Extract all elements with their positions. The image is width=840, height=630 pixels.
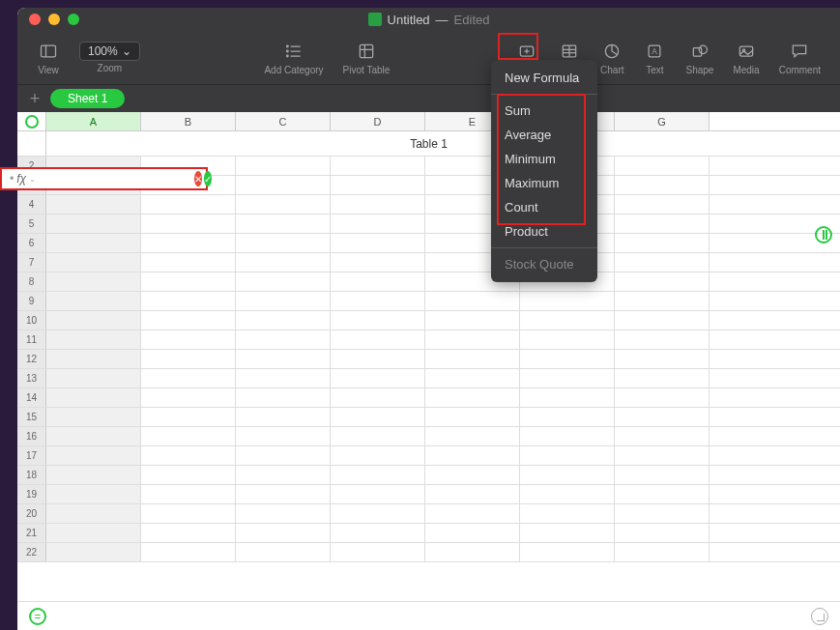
cell[interactable] [236, 330, 331, 349]
cell[interactable] [615, 446, 710, 465]
cell[interactable] [46, 388, 141, 407]
cell[interactable] [520, 408, 615, 426]
cell[interactable] [520, 311, 615, 329]
sheet-tab-1[interactable]: Sheet 1 [50, 89, 125, 108]
add-category-button[interactable]: Add Category [256, 40, 331, 75]
cell[interactable] [236, 543, 331, 561]
pivot-table-button[interactable]: Pivot Table [335, 40, 398, 75]
zoom-select[interactable]: 100% ⌄ [79, 42, 140, 61]
cell[interactable] [141, 466, 236, 484]
cell[interactable] [331, 292, 425, 310]
cell[interactable] [141, 485, 236, 503]
cell[interactable] [425, 330, 520, 349]
cell[interactable] [141, 195, 236, 214]
cell[interactable] [141, 408, 236, 426]
row-header[interactable]: 22 [17, 543, 46, 561]
cell[interactable] [425, 369, 520, 387]
cell[interactable] [425, 543, 520, 561]
cell[interactable] [236, 195, 331, 214]
cell[interactable] [615, 543, 710, 561]
cell[interactable] [236, 408, 331, 426]
row-header[interactable]: 8 [17, 272, 46, 291]
cell[interactable] [236, 215, 331, 233]
cell[interactable] [425, 311, 520, 329]
cell[interactable] [141, 292, 236, 310]
cell[interactable] [615, 524, 710, 542]
menu-average[interactable]: Average [491, 123, 597, 147]
cell[interactable] [236, 466, 331, 484]
cell[interactable] [236, 292, 331, 310]
row-header[interactable]: 21 [17, 524, 46, 542]
row-header[interactable]: 5 [17, 215, 46, 233]
cell[interactable] [615, 272, 710, 291]
cell[interactable] [615, 369, 710, 387]
cell[interactable] [615, 485, 710, 503]
cell[interactable] [46, 234, 141, 252]
cell[interactable] [425, 446, 520, 465]
menu-minimum[interactable]: Minimum [491, 147, 597, 171]
cell[interactable] [46, 272, 141, 291]
cell[interactable] [46, 350, 141, 368]
select-all-corner[interactable] [17, 112, 46, 130]
cell[interactable] [46, 524, 141, 542]
cell[interactable] [425, 388, 520, 407]
cell[interactable] [331, 446, 425, 465]
cell[interactable] [46, 292, 141, 310]
cell[interactable] [46, 369, 141, 387]
cell[interactable] [615, 388, 710, 407]
cell[interactable] [46, 427, 141, 445]
cell[interactable] [46, 195, 141, 214]
row-header[interactable]: 13 [17, 369, 46, 387]
cell[interactable] [236, 311, 331, 329]
cell[interactable] [236, 234, 331, 252]
cell[interactable] [331, 350, 425, 368]
cell[interactable] [46, 311, 141, 329]
row-header[interactable]: 7 [17, 253, 46, 272]
cell[interactable] [615, 408, 710, 426]
cell[interactable] [236, 253, 331, 272]
cell[interactable] [236, 272, 331, 291]
minimize-window-button[interactable] [48, 14, 60, 25]
cell[interactable] [520, 504, 615, 523]
cell[interactable] [615, 350, 710, 368]
cell[interactable] [46, 466, 141, 484]
cell[interactable] [425, 466, 520, 484]
cell[interactable] [425, 408, 520, 426]
shape-button[interactable]: Shape [678, 40, 721, 75]
cell[interactable] [425, 350, 520, 368]
maximize-window-button[interactable] [68, 14, 79, 25]
cell[interactable] [425, 524, 520, 542]
row-header[interactable]: 4 [17, 195, 46, 214]
add-row-handle[interactable]: = [29, 608, 46, 625]
media-button[interactable]: Media [725, 40, 767, 75]
formula-cancel-button[interactable]: ✕ [194, 171, 202, 186]
row-header[interactable]: 15 [17, 408, 46, 426]
cell[interactable] [331, 427, 425, 445]
cell[interactable] [615, 176, 710, 194]
cell[interactable] [331, 157, 425, 175]
cell[interactable] [236, 485, 331, 503]
menu-stock-quote[interactable]: Stock Quote [491, 252, 597, 276]
cell[interactable] [615, 330, 710, 349]
cell[interactable] [236, 157, 331, 175]
close-window-button[interactable] [29, 14, 41, 25]
cell[interactable] [425, 292, 520, 310]
formula-input[interactable] [40, 172, 192, 186]
cell[interactable] [236, 369, 331, 387]
cell[interactable] [236, 350, 331, 368]
chart-button[interactable]: Chart [593, 40, 631, 75]
text-button[interactable]: A Text [635, 40, 674, 75]
column-header-d[interactable]: D [331, 112, 425, 130]
cell[interactable] [520, 466, 615, 484]
cell[interactable] [331, 485, 425, 503]
cell[interactable] [520, 485, 615, 503]
menu-count[interactable]: Count [491, 195, 597, 219]
cell[interactable] [46, 253, 141, 272]
cell[interactable] [236, 524, 331, 542]
cell[interactable] [141, 272, 236, 291]
cell[interactable] [141, 350, 236, 368]
cell[interactable] [615, 234, 710, 252]
row-header[interactable]: 19 [17, 485, 46, 503]
cell[interactable] [46, 543, 141, 561]
row-header[interactable]: 10 [17, 311, 46, 329]
